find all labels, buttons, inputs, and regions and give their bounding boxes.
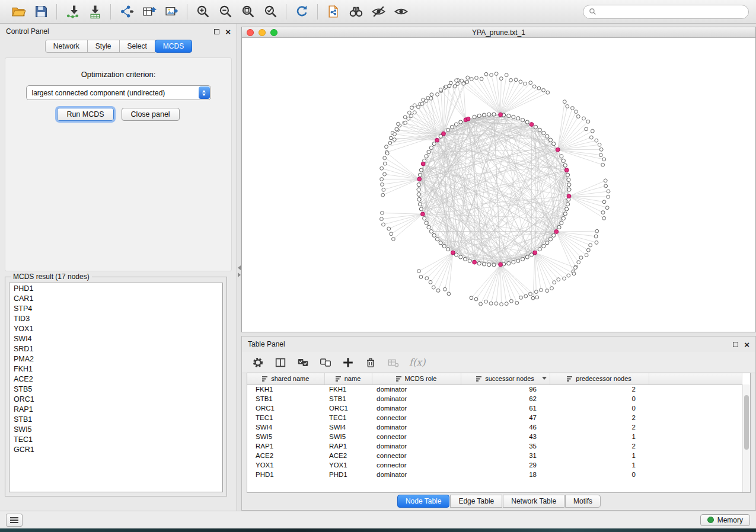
column-header-mcds-role[interactable]: MCDS role bbox=[372, 373, 461, 384]
network-node[interactable] bbox=[435, 238, 439, 241]
network-node[interactable] bbox=[389, 136, 393, 140]
network-node[interactable] bbox=[572, 272, 576, 275]
network-node[interactable] bbox=[525, 255, 529, 259]
network-node[interactable] bbox=[585, 254, 588, 257]
mcds-result-item[interactable]: PMA2 bbox=[9, 354, 222, 364]
network-node[interactable] bbox=[598, 143, 601, 146]
close-window-icon[interactable] bbox=[247, 29, 254, 36]
network-node[interactable] bbox=[505, 302, 508, 306]
network-node[interactable] bbox=[455, 79, 458, 82]
network-node[interactable] bbox=[604, 184, 608, 188]
show-columns-button[interactable] bbox=[270, 354, 291, 371]
network-node[interactable] bbox=[417, 197, 421, 201]
network-node[interactable] bbox=[589, 243, 592, 247]
network-node[interactable] bbox=[607, 190, 610, 193]
network-node[interactable] bbox=[599, 153, 602, 157]
table-row[interactable]: ACE2ACE2connector311 bbox=[247, 451, 742, 460]
network-node[interactable] bbox=[442, 244, 446, 248]
network-node[interactable] bbox=[413, 104, 416, 107]
network-node[interactable] bbox=[489, 302, 493, 305]
network-hub-node[interactable] bbox=[442, 132, 446, 136]
network-node[interactable] bbox=[446, 128, 450, 132]
import-network-button[interactable] bbox=[61, 2, 84, 21]
network-node[interactable] bbox=[381, 211, 384, 214]
network-node[interactable] bbox=[601, 163, 605, 166]
hide-elements-button[interactable] bbox=[367, 2, 390, 21]
network-node[interactable] bbox=[380, 166, 384, 170]
network-view[interactable] bbox=[242, 38, 755, 332]
network-node[interactable] bbox=[390, 232, 393, 236]
network-node[interactable] bbox=[542, 88, 546, 92]
minimize-window-icon[interactable] bbox=[259, 29, 266, 36]
network-node[interactable] bbox=[499, 77, 503, 81]
table-row[interactable]: ORC1ORC1dominator610 bbox=[247, 403, 742, 413]
network-node[interactable] bbox=[495, 302, 498, 305]
network-node[interactable] bbox=[524, 294, 528, 298]
network-node[interactable] bbox=[482, 113, 486, 117]
zoom-out-button[interactable] bbox=[214, 2, 237, 21]
network-node[interactable] bbox=[557, 278, 560, 281]
network-node[interactable] bbox=[387, 227, 391, 230]
network-node[interactable] bbox=[492, 263, 496, 267]
network-node[interactable] bbox=[395, 127, 398, 131]
network-node[interactable] bbox=[507, 261, 511, 265]
network-node[interactable] bbox=[557, 225, 561, 229]
network-node[interactable] bbox=[423, 217, 426, 220]
network-node[interactable] bbox=[546, 134, 549, 138]
network-node[interactable] bbox=[535, 296, 539, 299]
network-node[interactable] bbox=[383, 162, 387, 165]
network-node[interactable] bbox=[417, 105, 420, 109]
tab-node-table[interactable]: Node Table bbox=[397, 495, 450, 508]
network-node[interactable] bbox=[575, 110, 578, 114]
vertical-splitter[interactable] bbox=[237, 24, 241, 511]
network-node[interactable] bbox=[562, 217, 565, 220]
table-settings-button[interactable] bbox=[248, 354, 268, 371]
network-node[interactable] bbox=[417, 193, 420, 196]
network-hub-node[interactable] bbox=[533, 251, 537, 255]
network-node[interactable] bbox=[571, 107, 575, 110]
network-node[interactable] bbox=[487, 263, 491, 267]
tab-network[interactable]: Network bbox=[45, 40, 88, 53]
network-node[interactable] bbox=[480, 77, 483, 81]
network-hub-node[interactable] bbox=[421, 212, 425, 216]
float-table-panel-icon[interactable] bbox=[733, 342, 738, 347]
network-node[interactable] bbox=[419, 275, 423, 278]
network-node[interactable] bbox=[602, 216, 606, 220]
network-node[interactable] bbox=[532, 85, 536, 88]
network-hub-node[interactable] bbox=[473, 260, 477, 264]
network-node[interactable] bbox=[585, 127, 588, 131]
network-node[interactable] bbox=[408, 111, 412, 114]
network-node[interactable] bbox=[563, 212, 567, 216]
network-node[interactable] bbox=[380, 178, 384, 181]
show-elements-button[interactable] bbox=[390, 2, 412, 21]
network-node[interactable] bbox=[490, 73, 493, 77]
network-node[interactable] bbox=[382, 188, 385, 191]
network-node[interactable] bbox=[381, 193, 385, 197]
network-node[interactable] bbox=[542, 131, 546, 134]
tab-edge-table[interactable]: Edge Table bbox=[450, 495, 502, 508]
network-node[interactable] bbox=[383, 172, 387, 176]
network-node[interactable] bbox=[589, 136, 593, 139]
network-node[interactable] bbox=[566, 105, 569, 108]
network-node[interactable] bbox=[427, 225, 430, 229]
open-session-button[interactable] bbox=[7, 2, 30, 21]
refresh-view-button[interactable] bbox=[291, 2, 313, 21]
network-node[interactable] bbox=[566, 173, 569, 177]
column-header-shared-name[interactable]: shared name bbox=[247, 373, 324, 384]
network-node[interactable] bbox=[454, 123, 458, 126]
column-header-predecessor-nodes[interactable]: predecessor nodes bbox=[550, 373, 649, 384]
table-row[interactable]: SWI5SWI5connector431 bbox=[247, 432, 742, 441]
mcds-result-item[interactable]: SRD1 bbox=[9, 344, 222, 354]
network-node[interactable] bbox=[410, 106, 414, 110]
table-row[interactable]: SWI4SWI4dominator462 bbox=[247, 422, 742, 432]
network-node[interactable] bbox=[429, 280, 432, 284]
network-node[interactable] bbox=[385, 145, 388, 149]
table-row[interactable]: PHD1PHD1dominator180 bbox=[247, 470, 742, 479]
network-node[interactable] bbox=[560, 221, 563, 225]
close-panel-icon[interactable]: × bbox=[225, 27, 231, 36]
tab-network-table[interactable]: Network Table bbox=[503, 495, 564, 508]
collapse-left-icon[interactable] bbox=[238, 265, 241, 270]
mcds-result-item[interactable]: TID3 bbox=[9, 313, 222, 323]
memory-button[interactable]: Memory bbox=[700, 514, 750, 526]
network-node[interactable] bbox=[477, 114, 481, 117]
